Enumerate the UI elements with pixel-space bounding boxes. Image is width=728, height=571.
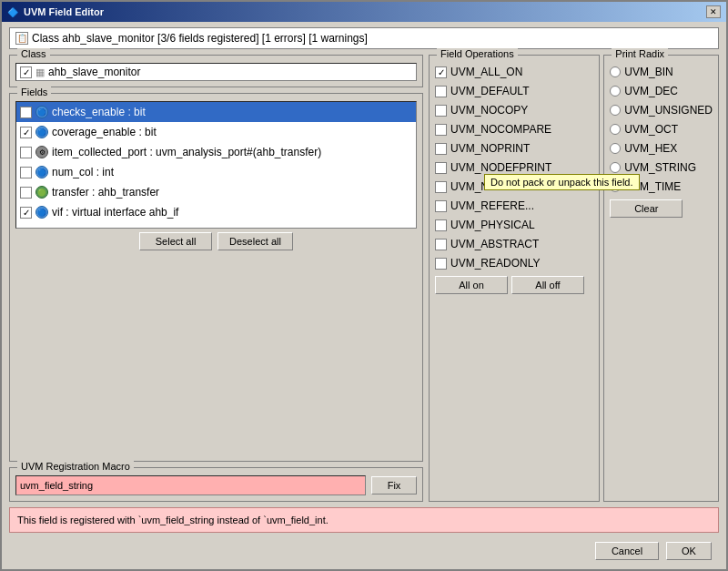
- window-title: UVM Field Editor: [24, 6, 104, 17]
- radix-text-3: UVM_OCT: [624, 123, 678, 136]
- field-checkbox-2[interactable]: [20, 147, 32, 158]
- ops-text-3: UVM_NOCOMPARE: [450, 123, 551, 136]
- fix-button[interactable]: Fix: [371, 476, 417, 495]
- fields-group: Fields 🔵 checks_enable : bit 🔵 coverage_…: [9, 93, 423, 462]
- ops-text-4: UVM_NOPRINT: [450, 142, 530, 155]
- ops-list: UVM_ALL_ON UVM_DEFAULT UVM_NOCOPY: [435, 63, 593, 272]
- list-item[interactable]: 🟢 transfer : ahb_transfer: [16, 182, 416, 202]
- radix-item-0[interactable]: UVM_BIN: [610, 63, 713, 81]
- class-group: Class ▦ ahb_slave_monitor: [9, 55, 423, 87]
- ops-checkbox-6[interactable]: [435, 181, 447, 193]
- ops-checkbox-4[interactable]: [435, 143, 447, 155]
- class-input-row: ▦ ahb_slave_monitor: [15, 63, 417, 81]
- ops-item-0[interactable]: UVM_ALL_ON: [435, 63, 593, 81]
- radix-item-4[interactable]: UVM_HEX: [610, 139, 713, 158]
- ops-checkbox-7[interactable]: [435, 200, 447, 212]
- ops-checkbox-0[interactable]: [435, 66, 447, 78]
- tooltip: Do not pack or unpack this field.: [484, 174, 640, 190]
- field-icon-4: 🟢: [35, 186, 48, 199]
- list-item[interactable]: 🔵 coverage_enable : bit: [16, 122, 416, 142]
- field-text-2: item_collected_port : uvm_analysis_port#…: [52, 146, 321, 158]
- ops-text-8: UVM_PHYSICAL: [450, 219, 535, 231]
- ops-text-7: UVM_REFERE...: [450, 199, 534, 212]
- list-item[interactable]: ⚙ item_collected_port : uvm_analysis_por…: [16, 142, 416, 162]
- ops-item-10[interactable]: UVM_READONLY: [435, 254, 593, 272]
- info-icon: 📋: [15, 32, 28, 45]
- list-item[interactable]: 🔵 num_col : int: [16, 162, 416, 182]
- field-text-3: num_col : int: [52, 166, 114, 178]
- radix-radio-1[interactable]: [610, 86, 621, 97]
- all-on-button[interactable]: All on: [435, 276, 508, 294]
- class-group-label: Class: [17, 48, 50, 59]
- field-checkbox-5[interactable]: [20, 207, 32, 219]
- radix-radio-2[interactable]: [610, 105, 621, 116]
- clear-button[interactable]: Clear: [610, 199, 682, 218]
- ops-item-4[interactable]: UVM_NOPRINT: [435, 139, 593, 158]
- info-bar: 📋 Class ahb_slave_monitor [3/6 fields re…: [9, 27, 719, 49]
- list-item[interactable]: 🔵 vif : virtual interface ahb_if: [16, 202, 416, 222]
- field-checkbox-1[interactable]: [20, 127, 32, 138]
- field-icon-3: 🔵: [35, 166, 48, 178]
- bottom-buttons: Cancel OK: [9, 538, 719, 564]
- info-text: Class ahb_slave_monitor [3/6 fields regi…: [32, 32, 368, 45]
- field-checkbox-3[interactable]: [20, 167, 32, 178]
- field-icon-0: 🔵: [35, 106, 48, 118]
- field-ops-label: Field Operations: [437, 48, 518, 59]
- radix-radio-0[interactable]: [610, 66, 621, 77]
- radix-radio-3[interactable]: [610, 124, 621, 135]
- field-checkbox-0[interactable]: [20, 107, 32, 118]
- ops-checkbox-9[interactable]: [435, 239, 447, 250]
- radix-item-1[interactable]: UVM_DEC: [610, 82, 713, 100]
- ops-item-7[interactable]: UVM_REFERE...: [435, 197, 593, 215]
- class-name: ahb_slave_monitor: [48, 66, 140, 78]
- cancel-button[interactable]: Cancel: [595, 542, 659, 560]
- deselect-all-button[interactable]: Deselect all: [217, 232, 293, 250]
- fields-list[interactable]: 🔵 checks_enable : bit 🔵 coverage_enable …: [15, 101, 417, 229]
- ops-checkbox-2[interactable]: [435, 105, 447, 117]
- macro-group-label: UVM Registration Macro: [17, 461, 134, 472]
- radix-buttons: Clear: [610, 199, 713, 218]
- ops-checkbox-3[interactable]: [435, 124, 447, 136]
- radix-radio-4[interactable]: [610, 143, 621, 154]
- ops-text-10: UVM_READONLY: [450, 257, 540, 270]
- list-item[interactable]: 🔵 checks_enable : bit: [16, 102, 416, 122]
- field-icon-1: 🔵: [35, 126, 48, 138]
- close-button[interactable]: ✕: [706, 5, 721, 18]
- all-off-button[interactable]: All off: [511, 276, 584, 294]
- radix-text-2: UVM_UNSIGNED: [624, 104, 713, 117]
- ops-checkbox-10[interactable]: [435, 258, 447, 270]
- class-checkbox[interactable]: [20, 66, 32, 78]
- ops-item-8[interactable]: UVM_PHYSICAL: [435, 216, 593, 234]
- ops-item-3[interactable]: UVM_NOCOMPARE: [435, 120, 593, 138]
- ops-checkbox-8[interactable]: [435, 219, 447, 231]
- macro-group: UVM Registration Macro Fix: [9, 467, 423, 502]
- titlebar-controls: ✕: [706, 5, 721, 18]
- ops-checkbox-1[interactable]: [435, 86, 447, 97]
- macro-input[interactable]: [15, 475, 366, 495]
- ops-item-2[interactable]: UVM_NOCOPY: [435, 101, 593, 119]
- ops-checkbox-5[interactable]: [435, 162, 447, 174]
- right-panel: Field Operations UVM_ALL_ON UVM_DEFAULT: [429, 55, 719, 502]
- select-all-button[interactable]: Select all: [139, 232, 212, 250]
- ops-text-1: UVM_DEFAULT: [450, 85, 529, 97]
- ops-item-9[interactable]: UVM_ABSTRACT: [435, 235, 593, 253]
- ops-item-1[interactable]: UVM_DEFAULT: [435, 82, 593, 100]
- macro-row: Fix: [15, 475, 417, 495]
- radix-item-3[interactable]: UVM_OCT: [610, 120, 713, 138]
- field-text-0: checks_enable : bit: [52, 106, 146, 118]
- ok-button[interactable]: OK: [666, 542, 712, 560]
- ops-text-5: UVM_NODEFPRINT: [450, 161, 551, 174]
- radix-item-2[interactable]: UVM_UNSIGNED: [610, 101, 713, 119]
- field-ops-group: Field Operations UVM_ALL_ON UVM_DEFAULT: [429, 55, 600, 502]
- radix-radio-5[interactable]: [610, 162, 621, 173]
- print-radix-group: Print Radix UVM_BIN UVM_DEC: [603, 55, 719, 502]
- field-icon-2: ⚙: [35, 146, 48, 158]
- titlebar: 🔷 UVM Field Editor ✕: [2, 2, 726, 22]
- field-text-5: vif : virtual interface ahb_if: [52, 206, 178, 219]
- ops-text-2: UVM_NOCOPY: [450, 104, 528, 117]
- field-text-1: coverage_enable : bit: [52, 126, 157, 138]
- field-checkbox-4[interactable]: [20, 187, 32, 199]
- dialog: 🔷 UVM Field Editor ✕ 📋 Class ahb_slave_m…: [0, 0, 728, 571]
- class-type-icon: ▦: [35, 66, 45, 78]
- error-text: This field is registered with `uvm_field…: [17, 515, 329, 525]
